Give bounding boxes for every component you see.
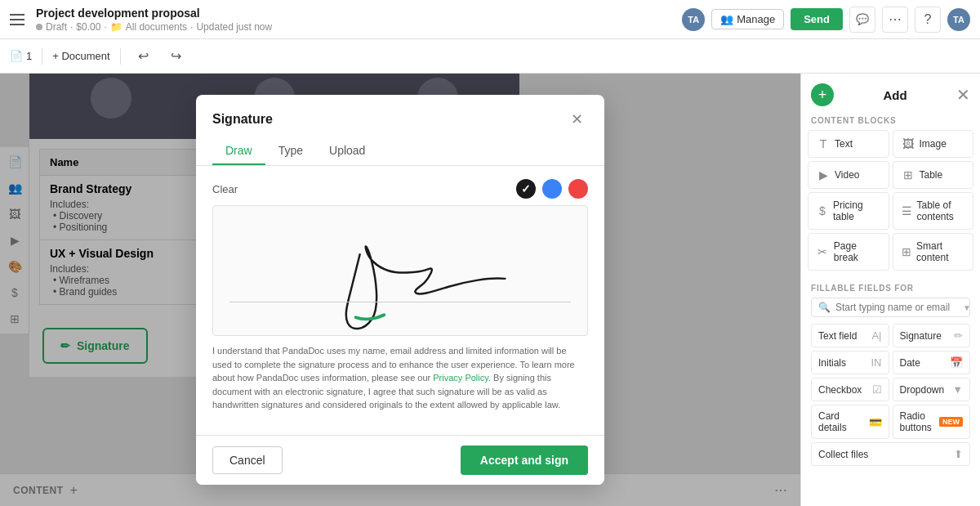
chevron-down-icon: ▼ [963,303,971,312]
toolbar: 📄 1 + Document ↩ ↪ [0,39,980,74]
send-button[interactable]: Send [791,8,843,30]
menu-button[interactable] [10,10,29,29]
block-table[interactable]: ⊞ Table [893,161,974,189]
more-options-button[interactable]: ⋯ [882,7,908,33]
table-icon: ⊞ [902,168,915,181]
field-dropdown[interactable]: Dropdown ▼ [893,378,971,401]
fillable-fields-section: FILLABLE FIELDS FOR 🔍 ▼ Text field A| Si… [801,277,980,469]
field-radio-buttons[interactable]: Radio buttons NEW [893,405,971,439]
block-pricing-table[interactable]: $ Pricing table [808,192,889,230]
toc-icon: ☰ [902,204,912,217]
add-document-button[interactable]: + Document [52,50,109,62]
initials-field-icon: IN [871,356,882,369]
field-card-details[interactable]: Card details 💳 [811,405,889,439]
block-video[interactable]: ▶ Video [808,161,889,189]
text-icon: T [817,137,830,150]
signature-baseline [229,302,571,302]
panel-title: Add [883,88,906,102]
field-signature[interactable]: Signature ✏ [893,324,971,347]
undo-button[interactable]: ↩ [131,43,157,69]
legal-text: I understand that PandaDoc uses my name,… [212,344,588,422]
color-black[interactable] [516,179,536,199]
dropdown-field-icon: ▼ [952,383,963,396]
tab-upload[interactable]: Upload [316,137,378,165]
new-badge: NEW [939,417,963,427]
pages-indicator: 📄 1 [10,50,32,62]
field-checkbox[interactable]: Checkbox ☑ [811,378,889,401]
text-field-icon: A| [871,329,881,342]
accept-sign-button[interactable]: Accept and sign [461,446,588,475]
block-image[interactable]: 🖼 Image [893,130,974,158]
modal-close-button[interactable]: ✕ [565,108,588,131]
date-field-icon: 📅 [950,356,963,369]
doc-location: All documents [126,21,187,33]
user-avatar-ta: TA [682,8,705,31]
cancel-button[interactable]: Cancel [212,446,283,474]
tab-type[interactable]: Type [265,137,316,165]
document-area: 📄 👥 🖼 ▶ 🎨 $ ⊞ Name [0,74,800,506]
tab-draw[interactable]: Draw [212,137,265,165]
right-panel: + Add ✕ CONTENT BLOCKS T Text 🖼 Image ▶ … [800,74,980,506]
help-icon: ? [924,12,932,27]
collect-files-icon: ⬆ [954,448,963,460]
signature-modal: Signature ✕ Draw Type Upload Clear [196,95,604,485]
page-break-icon: ✂ [817,245,829,258]
block-text[interactable]: T Text [808,130,889,158]
doc-status: Draft [46,21,67,33]
fillable-fields-grid: Text field A| Signature ✏ Initials IN Da… [811,324,970,466]
user-avatar[interactable]: TA [947,8,970,31]
undo-icon: ↩ [138,48,149,64]
manage-button[interactable]: 👥 Manage [711,9,784,29]
topbar-meta: Draft · $0.00 · 📁 All documents · Update… [36,21,272,33]
doc-price: $0.00 [76,21,100,33]
block-page-break[interactable]: ✂ Page break [808,233,889,271]
panel-close-button[interactable]: ✕ [956,85,970,105]
card-field-icon: 💳 [869,416,882,428]
color-red[interactable] [568,179,588,199]
topbar: Project development proposal Draft · $0.… [0,0,980,39]
fillable-search-input[interactable] [835,302,958,313]
redo-button[interactable]: ↪ [163,43,189,69]
smart-content-icon: ⊞ [902,245,912,258]
clear-button[interactable]: Clear [212,183,238,195]
pricing-icon: $ [817,204,828,217]
search-icon: 🔍 [818,302,831,313]
modal-tabs: Draw Type Upload [196,137,604,166]
privacy-policy-link[interactable]: Privacy Policy [433,373,488,383]
field-initials[interactable]: Initials IN [811,351,889,374]
color-picker [516,179,588,199]
content-blocks-grid: T Text 🖼 Image ▶ Video ⊞ Table $ Pricing… [801,130,980,277]
checkbox-field-icon: ☑ [872,383,882,396]
modal-backdrop: Signature ✕ Draw Type Upload Clear [0,74,800,506]
signature-field-icon: ✏ [954,329,963,342]
modal-title: Signature [212,112,273,127]
block-smart-content[interactable]: ⊞ Smart content [893,233,974,271]
chat-button[interactable]: 💬 [849,7,875,33]
field-collect-files[interactable]: Collect files ⬆ [811,442,970,466]
pages-icon: 📄 [10,50,23,62]
fillable-search-row: 🔍 ▼ [811,298,970,317]
doc-updated: Updated just now [196,21,272,33]
field-date[interactable]: Date 📅 [893,351,971,374]
panel-add-button[interactable]: + [811,83,834,106]
signature-canvas[interactable] [212,205,588,336]
field-text[interactable]: Text field A| [811,324,889,347]
redo-icon: ↪ [171,48,181,64]
block-toc[interactable]: ☰ Table of contents [893,192,974,230]
color-blue[interactable] [542,179,562,199]
document-title: Project development proposal [36,7,272,20]
modal-footer: Cancel Accept and sign [196,435,604,485]
fillable-label: FILLABLE FIELDS FOR [811,284,970,293]
help-button[interactable]: ? [915,7,941,33]
content-blocks-label: CONTENT BLOCKS [801,113,980,130]
video-icon: ▶ [817,168,830,181]
image-icon: 🖼 [902,137,915,150]
